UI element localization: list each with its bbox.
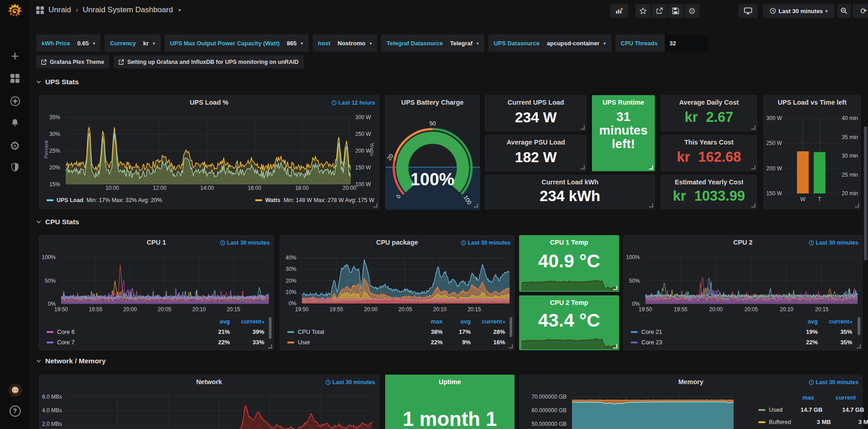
legend-col-max[interactable]: max	[774, 394, 814, 401]
legend-scrollbar[interactable]	[269, 317, 272, 339]
panel-resize-handle[interactable]	[581, 125, 585, 130]
share-dashboard-button[interactable]	[652, 4, 667, 18]
cpu-package-chart[interactable]	[302, 258, 510, 304]
help-icon[interactable]: ?	[0, 405, 30, 417]
variable-ups-datasource[interactable]: UPS Datasource apcupsd-container ▾	[488, 34, 611, 52]
variable-kwh-price[interactable]: kWh Price 0.65 ▾	[36, 34, 100, 52]
network-chart[interactable]	[67, 393, 372, 429]
legend-series[interactable]: Core 21	[631, 328, 789, 335]
variable-ups-max-output[interactable]: UPS Max Output Power Capacity (Watt) 865…	[165, 34, 309, 52]
dashboards-grid-icon[interactable]	[0, 72, 30, 84]
panel-title[interactable]: Average Daily Cost	[675, 99, 743, 106]
legend-series-watts[interactable]: Watts Min: 148 W Max: 278 W Avg: 175 W	[255, 197, 374, 203]
legend-series[interactable]: Used	[758, 406, 782, 413]
time-range-picker[interactable]: Last 30 minutes ▾	[763, 4, 835, 18]
panel-title[interactable]: This Years Cost	[675, 139, 743, 146]
panel-time-range[interactable]: Last 30 minutes	[809, 379, 858, 386]
save-dashboard-button[interactable]	[668, 4, 683, 18]
legend-col-avg[interactable]: avg	[789, 318, 818, 325]
panel-title[interactable]: Current UPS Load	[499, 99, 572, 106]
legend-col-avg[interactable]: avg	[443, 318, 471, 325]
dashboard-picker-caret-icon[interactable]: ▾	[178, 7, 181, 13]
legend-series-ups-load[interactable]: UPS Load Min: 17% Max: 32% Avg: 20%	[47, 197, 162, 203]
panel-time-range[interactable]: Last 30 minutes	[220, 240, 270, 246]
cycle-view-monitor-icon[interactable]	[739, 4, 758, 18]
panel-resize-handle[interactable]	[509, 344, 513, 348]
panel-title[interactable]: Uptime	[399, 378, 501, 386]
create-plus-icon[interactable]: +	[0, 49, 30, 63]
server-admin-shield-icon[interactable]	[0, 161, 30, 173]
grafana-logo-icon[interactable]	[6, 3, 24, 19]
refresh-picker[interactable]: ⟳ 5s ▾	[853, 4, 868, 18]
legend-series[interactable]: CPU Total	[287, 328, 415, 335]
variable-telegraf-datasource[interactable]: Telegraf Datasource Telegraf ▾	[381, 34, 484, 52]
panel-resize-handle[interactable]	[751, 125, 755, 130]
cpu-threads-input[interactable]	[665, 34, 708, 52]
panel-resize-handle[interactable]	[373, 203, 377, 207]
variable-value[interactable]: 865	[287, 40, 297, 47]
panel-time-range[interactable]: Last 30 minutes	[325, 379, 375, 386]
panel-title[interactable]: Network	[53, 378, 365, 386]
variable-value[interactable]: Telegraf	[450, 40, 472, 47]
panel-resize-handle[interactable]	[855, 203, 859, 207]
panel-resize-handle[interactable]	[751, 165, 755, 169]
panel-title[interactable]: CPU 2 Temp	[533, 299, 605, 306]
panel-time-range[interactable]: Last 12 hours	[331, 100, 375, 106]
panel-resize-handle[interactable]	[474, 203, 478, 207]
panel-resize-handle[interactable]	[857, 344, 861, 348]
panel-title[interactable]: CPU 1 Temp	[533, 239, 605, 246]
panel-resize-handle[interactable]	[613, 344, 617, 348]
legend-series[interactable]: Buffered	[758, 419, 791, 425]
panel-resize-handle[interactable]	[751, 203, 755, 207]
legend-series[interactable]: Core 6	[47, 328, 201, 335]
battery-gauge[interactable]: 50 20 0 100	[386, 107, 480, 210]
panel-title[interactable]: Average PSU Load	[499, 139, 572, 146]
variable-value[interactable]: Nostromo	[338, 40, 365, 47]
section-cpu-stats[interactable]: CPU Stats	[36, 218, 79, 226]
user-avatar[interactable]	[0, 383, 30, 397]
variable-host[interactable]: host Nostromo ▾	[313, 34, 377, 52]
explore-compass-icon[interactable]	[0, 95, 30, 107]
panel-resize-handle[interactable]	[613, 286, 617, 290]
cpu2-chart[interactable]	[645, 257, 858, 304]
legend-col-avg[interactable]: avg	[201, 318, 230, 325]
link-ups-monitoring-guide[interactable]: Setting up Grafana and InfluxDB for UPS …	[114, 55, 303, 68]
variable-value[interactable]: apcupsd-container	[547, 40, 599, 47]
page-scrollbar[interactable]	[864, 126, 867, 260]
panel-title[interactable]: UPS Load vs Time left	[766, 99, 858, 106]
zoom-out-button[interactable]	[837, 4, 851, 18]
panel-time-range[interactable]: Last 30 minutes	[809, 240, 858, 246]
variable-value[interactable]: kr	[143, 40, 148, 47]
panel-title[interactable]: UPS Battery Charge	[389, 99, 476, 106]
panel-resize-handle[interactable]	[649, 203, 653, 207]
legend-col-max[interactable]: max	[415, 318, 443, 325]
panel-resize-handle[interactable]	[268, 344, 272, 348]
legend-col-current[interactable]: current▾	[230, 318, 264, 325]
panel-title[interactable]: Estimated Yearly Cost	[675, 178, 743, 186]
panel-resize-handle[interactable]	[581, 165, 585, 169]
legend-col-current[interactable]: current▾	[818, 318, 852, 325]
legend-series[interactable]: Core 7	[47, 339, 201, 346]
panel-title[interactable]: UPS Runtime	[595, 99, 652, 106]
configuration-gear-icon[interactable]: ⚙	[0, 140, 30, 152]
legend-col-current[interactable]: current▾	[471, 318, 505, 325]
section-network-memory[interactable]: Network / Memory	[36, 357, 106, 365]
refresh-icon[interactable]: ⟳	[860, 7, 867, 15]
breadcrumb-current[interactable]: Unraid System Dashboard	[83, 5, 173, 14]
alerting-bell-icon[interactable]	[0, 117, 30, 129]
section-ups-stats[interactable]: UPS Stats	[36, 78, 79, 86]
dashboard-settings-gear-icon[interactable]: ⚙	[684, 4, 700, 18]
panel-resize-handle[interactable]	[649, 165, 653, 169]
memory-chart[interactable]	[572, 393, 734, 429]
variable-currency[interactable]: Currency kr ▾	[105, 34, 160, 52]
ups-bar-chart[interactable]	[784, 118, 840, 193]
panel-title[interactable]: UPS Load %	[53, 99, 365, 106]
dashboard-grid-icon[interactable]	[36, 6, 44, 14]
add-panel-button[interactable]	[610, 4, 628, 18]
legend-scrollbar[interactable]	[858, 317, 860, 335]
panel-time-range[interactable]: Last 30 minutes	[461, 240, 510, 246]
ups-load-chart[interactable]	[66, 117, 351, 184]
breadcrumb-root[interactable]: Unraid	[48, 5, 71, 14]
legend-scrollbar[interactable]	[510, 317, 512, 337]
legend-series[interactable]: User	[287, 339, 415, 346]
